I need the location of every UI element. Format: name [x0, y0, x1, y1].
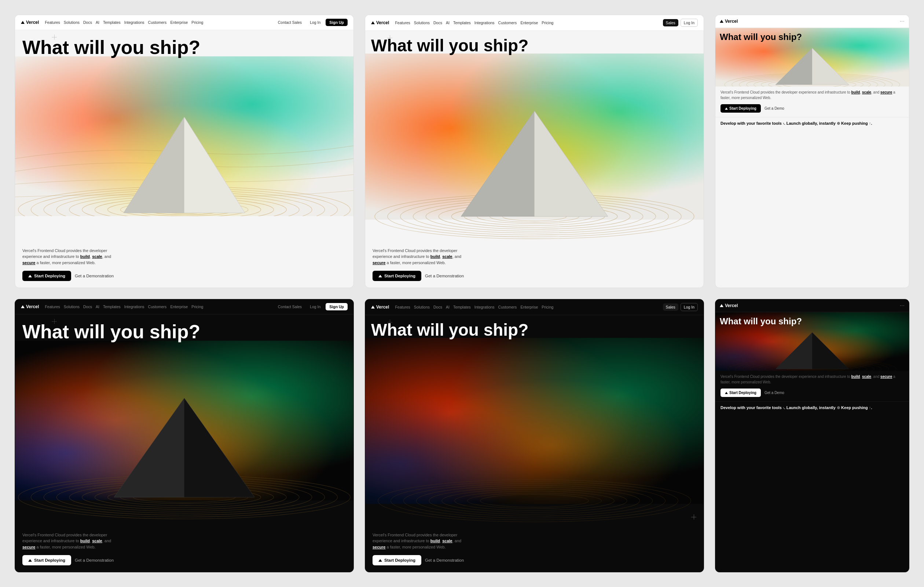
- nav-features-bm[interactable]: Features: [395, 305, 410, 309]
- nav-solutions-tm[interactable]: Solutions: [414, 21, 430, 25]
- nav-features-tm[interactable]: Features: [395, 21, 410, 25]
- card-bot-mid: Vercel Features Solutions Docs AI Templa…: [365, 299, 704, 572]
- card-top-right: Vercel ··· What will you ship?: [715, 15, 909, 288]
- deploy-label-tm: Start Deploying: [384, 274, 416, 278]
- hero-graphic-tm: [365, 31, 704, 243]
- nav-integrations[interactable]: Integrations: [124, 20, 144, 25]
- nav-ai[interactable]: AI: [96, 20, 99, 25]
- vercel-triangle-icon-bm: [371, 306, 375, 309]
- nav-links-tm: Features Solutions Docs AI Templates Int…: [395, 21, 660, 25]
- login-button[interactable]: Log In: [307, 19, 323, 26]
- menu-icon-tr[interactable]: ···: [900, 18, 904, 25]
- vercel-logo-bl[interactable]: Vercel: [21, 304, 39, 309]
- nav-templates-bm[interactable]: Templates: [453, 305, 471, 309]
- nav-top-left: Vercel Features Solutions Docs AI Templa…: [15, 15, 353, 30]
- sales-button-tm[interactable]: Sales: [663, 19, 678, 26]
- hero-bottom-tl: Vercel's Frontend Cloud provides the dev…: [15, 243, 353, 288]
- vercel-logo-tr[interactable]: Vercel: [720, 19, 738, 24]
- nav-docs-bl[interactable]: Docs: [83, 304, 92, 309]
- vercel-triangle-icon-tm: [371, 21, 375, 24]
- nav-pricing-tm[interactable]: Pricing: [541, 21, 553, 25]
- nav-solutions-bm[interactable]: Solutions: [414, 305, 430, 309]
- nav-enterprise[interactable]: Enterprise: [170, 20, 188, 25]
- deploy-button-tl[interactable]: Start Deploying: [22, 271, 71, 281]
- nav-customers-tm[interactable]: Customers: [498, 21, 517, 25]
- login-button-tm[interactable]: Log In: [681, 19, 698, 27]
- deploy-button-tr[interactable]: Start Deploying: [721, 104, 761, 112]
- signup-button-bl[interactable]: Sign Up: [326, 303, 348, 310]
- nav-integrations-bm[interactable]: Integrations: [474, 305, 495, 309]
- vercel-wordmark-tm: Vercel: [376, 20, 389, 25]
- hero-title-bm: What will you ship?: [371, 321, 528, 339]
- nav-enterprise-tm[interactable]: Enterprise: [520, 21, 538, 25]
- sales-button-bm[interactable]: Sales: [663, 303, 678, 311]
- nav-ai-bm[interactable]: AI: [446, 305, 450, 309]
- demo-button-tr[interactable]: Get a Demo: [764, 106, 784, 111]
- nav-integrations-bl[interactable]: Integrations: [124, 304, 144, 309]
- hero-top-mid: What will you ship?: [365, 31, 704, 288]
- contact-sales-button[interactable]: Contact Sales: [275, 19, 305, 26]
- nav-docs-bm[interactable]: Docs: [433, 305, 442, 309]
- demo-button-bm[interactable]: Get a Demonstration: [425, 558, 464, 562]
- menu-icon-br[interactable]: ···: [900, 302, 904, 309]
- login-button-bl[interactable]: Log In: [307, 303, 323, 310]
- signup-button[interactable]: Sign Up: [326, 19, 348, 26]
- nav-features[interactable]: Features: [45, 20, 60, 25]
- vercel-wordmark: Vercel: [26, 20, 39, 25]
- nav-ai-bl[interactable]: AI: [96, 304, 99, 309]
- hero-canvas-bm: What will you ship?: [365, 315, 704, 527]
- nav-docs-tm[interactable]: Docs: [433, 21, 442, 25]
- contact-sales-button-bl[interactable]: Contact Sales: [275, 303, 305, 310]
- tri-icon-bm: [378, 559, 382, 562]
- hero-bot-mid: What will you ship?: [365, 315, 704, 572]
- nav-customers-bm[interactable]: Customers: [498, 305, 517, 309]
- demo-button-tm[interactable]: Get a Demonstration: [425, 274, 464, 278]
- nav-templates-tm[interactable]: Templates: [453, 21, 471, 25]
- demo-button-tl[interactable]: Get a Demonstration: [75, 274, 114, 278]
- hero-desc-tl: Vercel's Frontend Cloud provides the dev…: [22, 248, 118, 266]
- cta-row-tl: Start Deploying Get a Demonstration: [22, 271, 346, 281]
- vercel-logo-bm[interactable]: Vercel: [371, 304, 389, 310]
- hero-title-br: What will you ship?: [720, 317, 802, 326]
- deploy-button-tm[interactable]: Start Deploying: [373, 271, 421, 281]
- nav-features-bl[interactable]: Features: [45, 304, 60, 309]
- deploy-button-br[interactable]: Start Deploying: [721, 389, 761, 397]
- cta-row-tr: Start Deploying Get a Demo: [721, 104, 904, 112]
- nav-pricing-bl[interactable]: Pricing: [191, 304, 203, 309]
- nav-enterprise-bm[interactable]: Enterprise: [520, 305, 538, 309]
- vercel-logo-tm[interactable]: Vercel: [371, 20, 389, 25]
- deploy-button-bl[interactable]: Start Deploying: [22, 555, 71, 566]
- hero-subtitle-text-br: Develop with your favorite tools ›. Laun…: [721, 405, 904, 411]
- hero-canvas-tm: What will you ship?: [365, 31, 704, 243]
- nav-customers-bl[interactable]: Customers: [148, 304, 167, 309]
- vercel-triangle-icon: [21, 21, 25, 24]
- vercel-logo-br[interactable]: Vercel: [720, 303, 738, 308]
- demo-button-bl[interactable]: Get a Demonstration: [75, 558, 114, 562]
- nav-solutions[interactable]: Solutions: [64, 20, 79, 25]
- nav-ai-tm[interactable]: AI: [446, 21, 450, 25]
- cta-row-tm: Start Deploying Get a Demonstration: [373, 271, 696, 281]
- code-symbol-br-2: ⊕: [837, 405, 840, 410]
- deploy-button-bm[interactable]: Start Deploying: [373, 555, 421, 566]
- nav-templates-bl[interactable]: Templates: [103, 304, 120, 309]
- login-button-bm[interactable]: Log In: [681, 303, 698, 311]
- nav-docs[interactable]: Docs: [83, 20, 92, 25]
- nav-pricing-bm[interactable]: Pricing: [541, 305, 553, 309]
- nav-templates[interactable]: Templates: [103, 20, 120, 25]
- nav-integrations-tm[interactable]: Integrations: [474, 21, 495, 25]
- demo-button-br[interactable]: Get a Demo: [764, 391, 784, 395]
- nav-links: Features Solutions Docs AI Templates Int…: [45, 20, 272, 25]
- nav-solutions-bl[interactable]: Solutions: [64, 304, 79, 309]
- nav-links-bl: Features Solutions Docs AI Templates Int…: [45, 304, 272, 309]
- vercel-wordmark-br: Vercel: [725, 303, 738, 308]
- hero-desc-tm: Vercel's Frontend Cloud provides the dev…: [373, 248, 468, 266]
- card-top-left: Vercel Features Solutions Docs AI Templa…: [15, 15, 354, 288]
- vercel-logo[interactable]: Vercel: [21, 20, 39, 25]
- nav-enterprise-bl[interactable]: Enterprise: [170, 304, 188, 309]
- nav-pricing[interactable]: Pricing: [191, 20, 203, 25]
- code-symbol-2: ⊕: [837, 121, 840, 126]
- nav-customers[interactable]: Customers: [148, 20, 167, 25]
- nav-actions-bm: Sales Log In: [663, 303, 698, 311]
- nav-top-mid: Vercel Features Solutions Docs AI Templa…: [365, 15, 704, 31]
- hero-title-tr: What will you ship?: [720, 32, 802, 41]
